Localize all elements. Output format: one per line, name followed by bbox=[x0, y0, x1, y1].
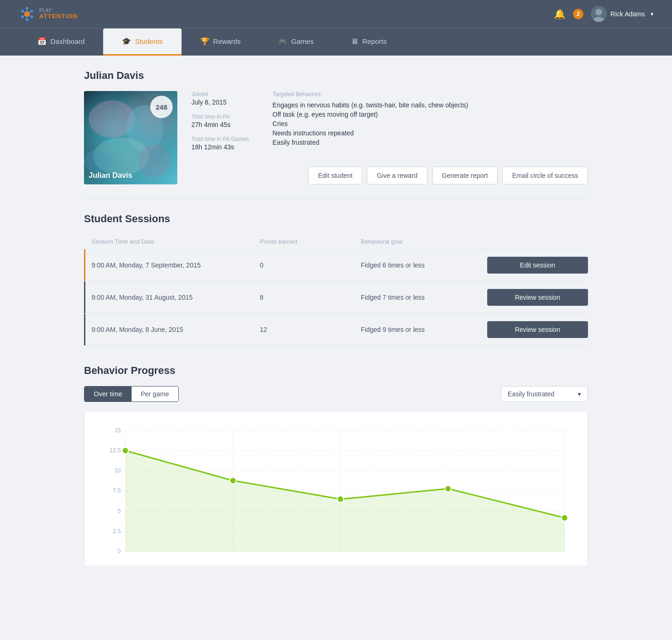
games-icon: 🎮 bbox=[278, 37, 287, 46]
col-points: Points earned bbox=[260, 238, 361, 245]
session-row-0: 9:00 AM, Monday, 7 September, 2015 0 Fid… bbox=[84, 249, 588, 281]
points-badge: 248 bbox=[150, 96, 173, 118]
nav-reports[interactable]: 🖥 Reports bbox=[332, 28, 406, 56]
sessions-title: Student Sessions bbox=[84, 213, 588, 225]
behavior-item-3: Needs instructions repeated bbox=[273, 129, 588, 137]
behavior-item-4: Easily frustrated bbox=[273, 139, 588, 146]
session-points-2: 12 bbox=[260, 326, 361, 333]
selected-behavior-label: Easily frustrated bbox=[508, 390, 554, 398]
joined-label: Joined bbox=[191, 91, 249, 98]
svg-point-0 bbox=[24, 11, 30, 17]
behavior-dropdown[interactable]: Easily frustrated ▾ bbox=[501, 386, 588, 402]
svg-text:Aug 14, Fri: Aug 14, Fri bbox=[434, 556, 462, 556]
col-date: Session Time and Date bbox=[91, 238, 260, 245]
nav-dashboard[interactable]: 📅 Dashboard bbox=[19, 28, 103, 56]
sessions-table-header: Session Time and Date Points earned Beha… bbox=[84, 234, 588, 249]
svg-text:5: 5 bbox=[118, 507, 121, 514]
main-content: Julian Davis Julian Davis 248 bbox=[65, 56, 607, 580]
chart-container: 15 12.5 10 7.5 5 2.5 0 Aug 5, Wed Aug 7,… bbox=[84, 411, 588, 566]
total-games-value: 18h 12min 43s bbox=[191, 143, 249, 151]
svg-point-46 bbox=[122, 447, 128, 454]
session-date-1: 9:00 AM, Monday, 31 August, 2015 bbox=[91, 294, 260, 301]
student-photo-wrap: Julian Davis 248 bbox=[84, 91, 177, 184]
dropdown-chevron-icon: ▾ bbox=[578, 390, 581, 398]
behavior-item-1: Off task (e.g. eyes moving off target) bbox=[273, 111, 588, 118]
session-date-0: 9:00 AM, Monday, 7 September, 2015 bbox=[91, 261, 260, 269]
header: PLAY ATTENTION 🔔 2 Rick Adams ▾ bbox=[0, 0, 672, 28]
total-games-section: Total time in PA Games 18h 12min 43s bbox=[191, 136, 249, 151]
user-name: Rick Adams bbox=[610, 10, 645, 18]
session-goal-2: Fidged 9 times or less bbox=[361, 326, 487, 333]
svg-text:Aug 7, Fri: Aug 7, Fri bbox=[220, 556, 245, 556]
svg-text:Aug 17, Mon: Aug 17, Mon bbox=[548, 556, 574, 556]
action-buttons: Edit student Give a reward Generate repo… bbox=[191, 167, 588, 184]
total-pa-value: 27h 4min 45s bbox=[191, 121, 249, 128]
logo-brand: ATTENTION bbox=[39, 13, 77, 20]
total-pa-label: Total time in PA bbox=[191, 113, 249, 120]
svg-text:7.5: 7.5 bbox=[113, 487, 121, 494]
nav-rewards-label: Rewards bbox=[213, 37, 241, 45]
targeted-behaviors-label: Targeted Behaviors bbox=[273, 91, 588, 98]
dashboard-icon: 📅 bbox=[37, 37, 47, 46]
students-icon: 🎓 bbox=[122, 37, 131, 46]
toggle-per-game[interactable]: Per game bbox=[132, 387, 179, 401]
joined-section: Joined July 8, 2015 bbox=[191, 91, 249, 106]
svg-point-14 bbox=[595, 9, 602, 15]
svg-point-48 bbox=[337, 496, 343, 502]
session-row-2: 9:00 AM, Monday, 8 June, 2015 12 Fidged … bbox=[84, 314, 588, 346]
review-session-button-2[interactable]: Review session bbox=[487, 321, 588, 338]
rewards-icon: 🏆 bbox=[200, 37, 210, 46]
behavior-controls: Over time Per game Easily frustrated ▾ bbox=[84, 386, 588, 402]
bell-icon[interactable]: 🔔 bbox=[554, 8, 566, 20]
chart-area: 15 12.5 10 7.5 5 2.5 0 Aug 5, Wed Aug 7,… bbox=[98, 426, 574, 556]
review-session-button-1[interactable]: Review session bbox=[487, 289, 588, 306]
email-circle-button[interactable]: Email circle of success bbox=[502, 167, 588, 184]
svg-text:2.5: 2.5 bbox=[113, 527, 121, 535]
total-games-label: Total time in PA Games bbox=[191, 136, 249, 142]
behavior-progress: Behavior Progress Over time Per game Eas… bbox=[84, 365, 588, 566]
logo: PLAY ATTENTION bbox=[19, 6, 77, 22]
nav-rewards[interactable]: 🏆 Rewards bbox=[182, 28, 259, 56]
student-sessions: Student Sessions Session Time and Date P… bbox=[84, 213, 588, 346]
nav-games[interactable]: 🎮 Games bbox=[259, 28, 332, 56]
session-goal-0: Fidged 6 times or less bbox=[361, 261, 487, 269]
logo-icon bbox=[19, 6, 35, 22]
svg-text:15: 15 bbox=[114, 427, 121, 434]
student-info-col: Joined July 8, 2015 Total time in PA 27h… bbox=[191, 91, 249, 151]
navigation: 📅 Dashboard 🎓 Students 🏆 Rewards 🎮 Games… bbox=[0, 28, 672, 56]
toggle-over-time[interactable]: Over time bbox=[84, 387, 132, 401]
svg-text:Aug 5, Wed: Aug 5, Wed bbox=[110, 556, 140, 556]
svg-point-19 bbox=[138, 145, 170, 177]
edit-student-button[interactable]: Edit student bbox=[308, 167, 362, 184]
chevron-down-icon: ▾ bbox=[651, 11, 653, 17]
reports-icon: 🖥 bbox=[351, 37, 358, 46]
give-reward-button[interactable]: Give a reward bbox=[367, 167, 427, 184]
svg-point-20 bbox=[84, 149, 112, 173]
svg-point-50 bbox=[561, 514, 567, 521]
nav-dashboard-label: Dashboard bbox=[50, 37, 84, 45]
svg-text:10: 10 bbox=[114, 467, 121, 474]
behavior-item-2: Cries bbox=[273, 120, 588, 127]
col-action bbox=[487, 238, 588, 245]
joined-value: July 8, 2015 bbox=[191, 98, 249, 106]
session-goal-1: Fidged 7 times or less bbox=[361, 294, 487, 301]
behavior-item-0: Engages in nervous habits (e.g. twists-h… bbox=[273, 101, 588, 109]
behavior-list: Engages in nervous habits (e.g. twists-h… bbox=[273, 101, 588, 146]
student-name-heading: Julian Davis bbox=[84, 70, 588, 82]
targeted-behaviors: Targeted Behaviors Engages in nervous ha… bbox=[273, 91, 588, 151]
session-points-1: 8 bbox=[260, 294, 361, 301]
view-toggle: Over time Per game bbox=[84, 386, 179, 402]
session-points-0: 0 bbox=[260, 261, 361, 269]
svg-text:12.5: 12.5 bbox=[110, 447, 121, 454]
photo-student-name: Julian Davis bbox=[89, 171, 132, 180]
nav-students[interactable]: 🎓 Students bbox=[103, 28, 181, 56]
header-right: 🔔 2 Rick Adams ▾ bbox=[554, 6, 653, 22]
svg-text:Aug 11, Tue: Aug 11, Tue bbox=[325, 556, 356, 556]
student-profile: Julian Davis 248 Joined July 8, 2015 Tot… bbox=[84, 91, 588, 199]
user-menu[interactable]: Rick Adams ▾ bbox=[591, 6, 653, 22]
nav-students-label: Students bbox=[135, 37, 162, 45]
generate-report-button[interactable]: Generate report bbox=[432, 167, 498, 184]
edit-session-button[interactable]: Edit session bbox=[487, 257, 588, 274]
svg-point-47 bbox=[230, 478, 236, 484]
svg-point-49 bbox=[445, 485, 451, 492]
